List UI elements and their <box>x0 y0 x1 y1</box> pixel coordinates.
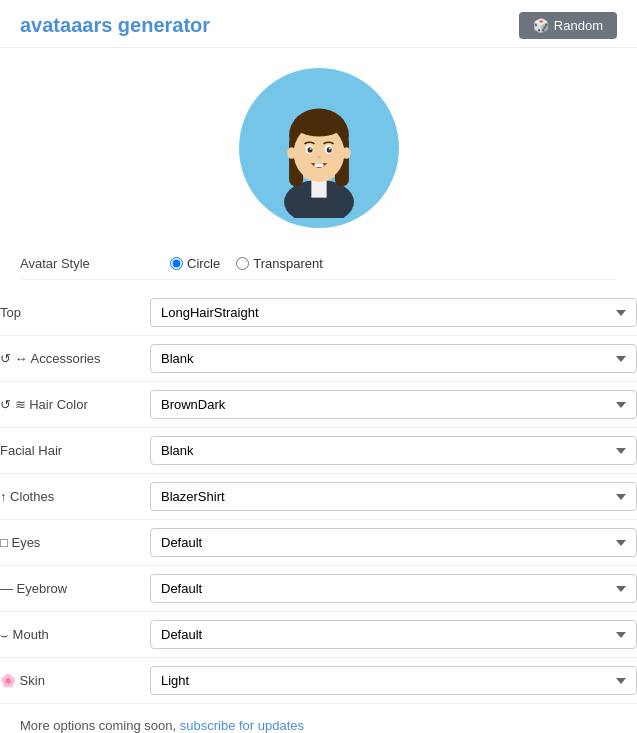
top-label: Top <box>0 305 150 320</box>
mouth-input-wrap: ConcernedDefaultDisbeliefEatingGrimaceSa… <box>150 620 637 649</box>
top-input-wrap: LongHairStraightLongHairBigHairShortHair… <box>150 298 637 327</box>
hair-color-label: ↺ ≋ Hair Color <box>0 397 150 412</box>
avatar-preview-container <box>0 48 637 238</box>
eyes-select[interactable]: CloseCryDefaultDizzyEyeRollHappyHeartsSi… <box>150 528 637 557</box>
footer-note: More options coming soon, subscribe for … <box>0 704 637 733</box>
clothes-select[interactable]: BlazerShirtBlazerSweaterCollarSweaterGra… <box>150 482 637 511</box>
controls-section: Avatar Style Circle Transparent <box>0 238 637 290</box>
svg-point-14 <box>309 148 311 150</box>
facial-hair-row: Facial HairBlankBeardLightBeardMajesticB… <box>0 428 637 474</box>
app-header: avataaars generator 🎲 Random <box>0 0 637 48</box>
accessories-input-wrap: BlankKurtPrescription01Prescription02Rou… <box>150 344 637 373</box>
top-select[interactable]: LongHairStraightLongHairBigHairShortHair… <box>150 298 637 327</box>
accessories-label: ↺ ↔ Accessories <box>0 351 150 366</box>
facial-hair-select[interactable]: BlankBeardLightBeardMajesticBeardMediumM… <box>150 436 637 465</box>
eyes-label: □ Eyes <box>0 535 150 550</box>
dice-icon: 🎲 <box>533 18 549 33</box>
facial-hair-input-wrap: BlankBeardLightBeardMajesticBeardMediumM… <box>150 436 637 465</box>
hair-color-row: ↺ ≋ Hair ColorAuburnBlackBlondeBlondeGol… <box>0 382 637 428</box>
subscribe-link[interactable]: subscribe for updates <box>180 718 304 733</box>
svg-point-16 <box>317 156 321 159</box>
hair-color-input-wrap: AuburnBlackBlondeBlondeGoldenBrownBrownD… <box>150 390 637 419</box>
mouth-select[interactable]: ConcernedDefaultDisbeliefEatingGrimaceSa… <box>150 620 637 649</box>
random-button[interactable]: 🎲 Random <box>519 12 617 39</box>
app-title: avataaars generator <box>20 14 210 37</box>
avatar-style-row: Avatar Style Circle Transparent <box>20 248 617 280</box>
skin-row: 🌸 SkinTannedYellowPaleLightBrownDarkBrow… <box>0 658 637 704</box>
clothes-row: ↑ ClothesBlazerShirtBlazerSweaterCollarS… <box>0 474 637 520</box>
top-row: TopLongHairStraightLongHairBigHairShortH… <box>0 290 637 336</box>
eyebrow-row: — EyebrowAngryAngryNaturalDefaultDefault… <box>0 566 637 612</box>
avatar-style-circle-radio[interactable] <box>170 257 183 270</box>
svg-point-9 <box>341 147 350 158</box>
avatar-style-transparent-label: Transparent <box>253 256 323 271</box>
dynamic-controls: TopLongHairStraightLongHairBigHairShortH… <box>0 290 637 704</box>
skin-select[interactable]: TannedYellowPaleLightBrownDarkBrownBlack <box>150 666 637 695</box>
eyes-row: □ EyesCloseCryDefaultDizzyEyeRollHappyHe… <box>0 520 637 566</box>
facial-hair-label: Facial Hair <box>0 443 150 458</box>
avatar-circle <box>239 68 399 228</box>
svg-point-15 <box>328 148 330 150</box>
avatar-image <box>254 78 384 218</box>
svg-point-18 <box>293 111 344 136</box>
avatar-style-circle-label: Circle <box>187 256 220 271</box>
mouth-row: ⌣ MouthConcernedDefaultDisbeliefEatingGr… <box>0 612 637 658</box>
accessories-select[interactable]: BlankKurtPrescription01Prescription02Rou… <box>150 344 637 373</box>
clothes-label: ↑ Clothes <box>0 489 150 504</box>
skin-input-wrap: TannedYellowPaleLightBrownDarkBrownBlack <box>150 666 637 695</box>
mouth-label: ⌣ Mouth <box>0 627 150 643</box>
hair-color-select[interactable]: AuburnBlackBlondeBlondeGoldenBrownBrownD… <box>150 390 637 419</box>
avatar-style-label: Avatar Style <box>20 256 170 271</box>
accessories-row: ↺ ↔ AccessoriesBlankKurtPrescription01Pr… <box>0 336 637 382</box>
avatar-style-circle-option[interactable]: Circle <box>170 256 220 271</box>
eyebrow-label: — Eyebrow <box>0 581 150 596</box>
footer-note-text: More options coming soon, <box>20 718 176 733</box>
eyebrow-input-wrap: AngryAngryNaturalDefaultDefaultNaturalFl… <box>150 574 637 603</box>
svg-rect-17 <box>314 163 323 167</box>
svg-point-8 <box>287 147 296 158</box>
avatar-style-transparent-radio[interactable] <box>236 257 249 270</box>
eyebrow-select[interactable]: AngryAngryNaturalDefaultDefaultNaturalFl… <box>150 574 637 603</box>
avatar-style-transparent-option[interactable]: Transparent <box>236 256 323 271</box>
avatar-style-input: Circle Transparent <box>170 256 617 271</box>
eyes-input-wrap: CloseCryDefaultDizzyEyeRollHappyHeartsSi… <box>150 528 637 557</box>
skin-label: 🌸 Skin <box>0 673 150 688</box>
random-button-label: Random <box>554 18 603 33</box>
clothes-input-wrap: BlazerShirtBlazerSweaterCollarSweaterGra… <box>150 482 637 511</box>
